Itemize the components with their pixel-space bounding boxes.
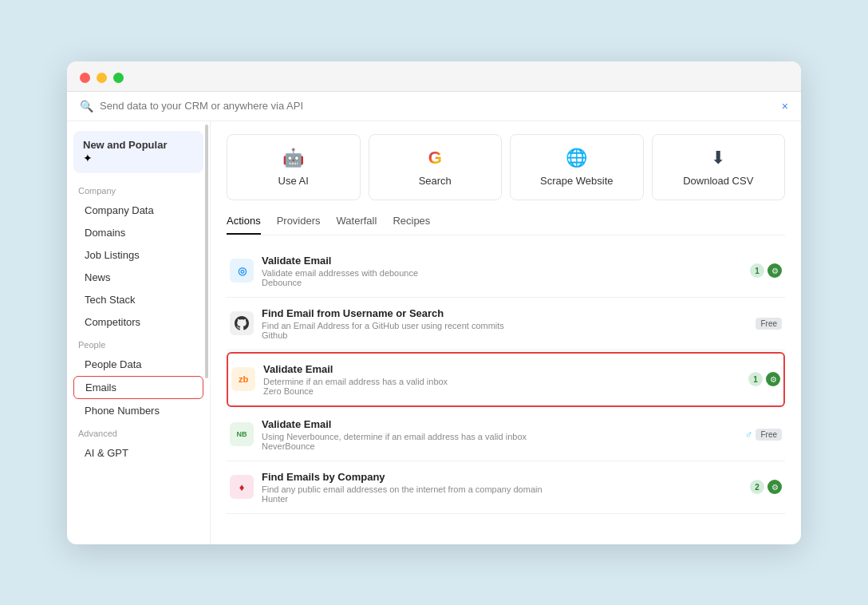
action-list: ◎ Validate Email Validate email addresse… [227, 245, 785, 514]
sidebar-item-news[interactable]: News [73, 267, 203, 288]
main-panel: 🤖 Use AI G Search 🌐 Scrape Website ⬇ Dow… [211, 121, 801, 544]
action-name: Validate Email [262, 418, 739, 430]
search-input[interactable] [100, 100, 782, 112]
search-label: Search [419, 175, 452, 187]
action-info-hunter: Find Emails by Company Find any public e… [262, 471, 744, 504]
debounce-logo: ◎ [230, 259, 254, 283]
search-google-icon: G [428, 148, 442, 168]
content-area: New and Popular ✦ Company Company Data D… [67, 121, 801, 544]
tab-waterfall[interactable]: Waterfall [337, 215, 377, 235]
zerobounce-logo: zb [231, 367, 255, 391]
action-name: Find Email from Username or Search [262, 307, 749, 319]
action-badge-zerobounce: 1 ⚙ [748, 372, 780, 386]
action-card-use-ai[interactable]: 🤖 Use AI [227, 134, 361, 200]
hunter-logo: ♦ [230, 475, 254, 499]
maximize-dot[interactable] [113, 73, 124, 83]
action-row-find-email-github[interactable]: Find Email from Username or Search Find … [227, 298, 785, 350]
badge-green-icon: ⚙ [767, 263, 782, 278]
action-desc: Find an Email Address for a GitHub user … [262, 321, 749, 330]
badge-green-icon: ⚙ [766, 372, 780, 386]
badge-count-1: 1 [748, 372, 763, 386]
download-icon: ⬇ [711, 148, 725, 168]
badge-green-icon: ⚙ [767, 480, 782, 494]
sidebar-section-advanced: Advanced [67, 422, 210, 441]
free-badge: Free [756, 318, 782, 330]
action-cards: 🤖 Use AI G Search 🌐 Scrape Website ⬇ Dow… [227, 134, 785, 200]
action-provider: Zero Bounce [263, 386, 742, 396]
badge-count-2: 2 [750, 480, 764, 494]
tab-recipes[interactable]: Recipes [393, 215, 430, 235]
action-info-neverbounce: Validate Email Using Neverbounce, determ… [262, 418, 739, 451]
tab-actions[interactable]: Actions [227, 215, 261, 235]
search-icon: 🔍 [80, 100, 93, 113]
sidebar-item-company-data[interactable]: Company Data [73, 200, 203, 221]
action-badge-github: Free [756, 318, 782, 330]
action-provider: Debounce [262, 278, 744, 287]
github-logo [230, 311, 254, 335]
sidebar-item-phone-numbers[interactable]: Phone Numbers [73, 400, 203, 421]
sidebar-item-tech-stack[interactable]: Tech Stack [73, 289, 203, 310]
sidebar: New and Popular ✦ Company Company Data D… [67, 121, 211, 544]
action-card-scrape[interactable]: 🌐 Scrape Website [510, 134, 644, 200]
action-desc: Determine if an email address has a vali… [263, 377, 742, 386]
action-desc: Find any public email addresses on the i… [262, 484, 744, 494]
action-row-find-emails-hunter[interactable]: ♦ Find Emails by Company Find any public… [227, 461, 785, 514]
sidebar-section-people: People [67, 334, 210, 353]
close-dot[interactable] [80, 73, 90, 83]
action-row-validate-email-debounce[interactable]: ◎ Validate Email Validate email addresse… [227, 245, 785, 298]
action-provider: Hunter [262, 494, 744, 504]
minimize-dot[interactable] [97, 73, 107, 83]
download-label: Download CSV [683, 175, 753, 187]
sidebar-item-job-listings[interactable]: Job Listings [73, 244, 203, 266]
sidebar-item-competitors[interactable]: Competitors [73, 311, 203, 333]
free-badge-neverbounce: Free [756, 429, 782, 441]
action-badge-neverbounce: ♂ Free [745, 429, 782, 441]
sidebar-featured-icon: ✦ [83, 152, 93, 164]
action-row-validate-email-neverbounce[interactable]: NB Validate Email Using Neverbounce, det… [227, 409, 785, 461]
sidebar-section-company: Company [67, 180, 210, 199]
scrape-label: Scrape Website [540, 175, 614, 187]
action-name: Validate Email [262, 255, 744, 267]
action-name: Validate Email [263, 363, 742, 375]
global-search-bar: 🔍 × [67, 92, 801, 121]
tab-providers[interactable]: Providers [277, 215, 321, 235]
badge-count-1: 1 [750, 263, 764, 278]
action-provider: NeverBounce [262, 441, 739, 451]
action-info-debounce: Validate Email Validate email addresses … [262, 255, 744, 287]
action-provider: Github [262, 330, 749, 340]
action-name: Find Emails by Company [262, 471, 744, 483]
use-ai-label: Use AI [278, 175, 309, 187]
tabs-bar: Actions Providers Waterfall Recipes [227, 215, 785, 235]
sidebar-item-new-and-popular[interactable]: New and Popular ✦ [73, 131, 203, 173]
sidebar-item-people-data[interactable]: People Data [73, 354, 203, 375]
titlebar [67, 61, 801, 92]
sidebar-item-ai-gpt[interactable]: AI & GPT [73, 442, 203, 464]
sidebar-item-domains[interactable]: Domains [73, 222, 203, 243]
scrollbar[interactable] [205, 125, 208, 378]
main-window: 🔍 × New and Popular ✦ Company Company Da… [67, 61, 801, 544]
action-badge-hunter: 2 ⚙ [750, 480, 782, 494]
sidebar-item-emails[interactable]: Emails [73, 376, 203, 399]
action-card-search[interactable]: G Search [369, 134, 503, 200]
neverbounce-logo: NB [230, 422, 254, 446]
use-ai-icon: 🤖 [282, 148, 304, 168]
scrape-icon: 🌐 [566, 148, 587, 168]
action-row-validate-email-zerobounce[interactable]: zb Validate Email Determine if an email … [227, 352, 785, 407]
sidebar-featured-label: New and Popular [83, 139, 194, 151]
action-badge-debounce: 1 ⚙ [750, 263, 782, 278]
action-card-download[interactable]: ⬇ Download CSV [652, 134, 786, 200]
action-desc: Using Neverbounce, determine if an email… [262, 432, 739, 441]
action-info-github: Find Email from Username or Search Find … [262, 307, 749, 340]
action-info-zerobounce: Validate Email Determine if an email add… [263, 363, 742, 396]
gender-icon: ♂ [745, 429, 753, 441]
action-desc: Validate email addresses with debounce [262, 268, 744, 278]
close-icon[interactable]: × [782, 100, 788, 113]
